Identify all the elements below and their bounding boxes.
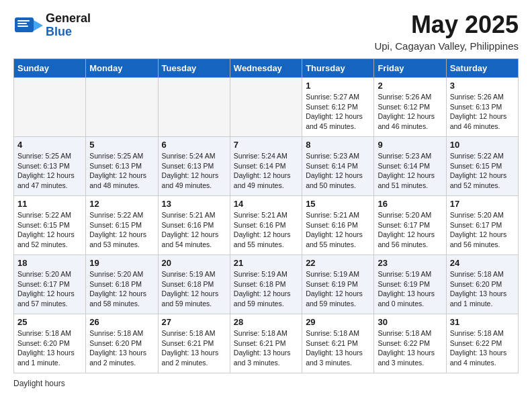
day-info: Sunrise: 5:22 AM Sunset: 6:15 PM Dayligh…	[89, 210, 154, 250]
day-number: 30	[378, 317, 442, 327]
day-info: Sunrise: 5:24 AM Sunset: 6:13 PM Dayligh…	[162, 151, 226, 191]
calendar-cell: 26Sunrise: 5:18 AM Sunset: 6:20 PM Dayli…	[86, 314, 158, 373]
day-info: Sunrise: 5:26 AM Sunset: 6:13 PM Dayligh…	[450, 92, 515, 132]
calendar-cell: 2Sunrise: 5:26 AM Sunset: 6:12 PM Daylig…	[374, 78, 446, 137]
calendar-cell: 3Sunrise: 5:26 AM Sunset: 6:13 PM Daylig…	[446, 78, 518, 137]
calendar-cell: 10Sunrise: 5:22 AM Sunset: 6:15 PM Dayli…	[446, 137, 518, 196]
calendar-day-header: Monday	[86, 59, 158, 78]
calendar-cell: 13Sunrise: 5:21 AM Sunset: 6:16 PM Dayli…	[158, 196, 230, 255]
svg-rect-3	[17, 23, 27, 24]
calendar-cell	[86, 78, 158, 137]
day-info: Sunrise: 5:18 AM Sunset: 6:21 PM Dayligh…	[162, 328, 226, 368]
calendar-cell: 17Sunrise: 5:20 AM Sunset: 6:17 PM Dayli…	[446, 196, 518, 255]
day-number: 26	[89, 317, 154, 327]
calendar-cell: 4Sunrise: 5:25 AM Sunset: 6:13 PM Daylig…	[14, 137, 86, 196]
day-number: 15	[306, 199, 370, 209]
day-info: Sunrise: 5:20 AM Sunset: 6:17 PM Dayligh…	[450, 210, 515, 250]
day-number: 31	[450, 317, 515, 327]
svg-rect-4	[17, 26, 28, 27]
day-info: Sunrise: 5:20 AM Sunset: 6:17 PM Dayligh…	[378, 210, 442, 250]
day-number: 8	[306, 140, 370, 150]
day-info: Sunrise: 5:23 AM Sunset: 6:14 PM Dayligh…	[306, 151, 370, 191]
calendar-day-header: Thursday	[302, 59, 374, 78]
calendar-cell: 20Sunrise: 5:19 AM Sunset: 6:18 PM Dayli…	[158, 255, 230, 314]
day-number: 20	[162, 258, 226, 268]
day-number: 21	[234, 258, 298, 268]
day-info: Sunrise: 5:19 AM Sunset: 6:19 PM Dayligh…	[306, 269, 370, 309]
day-info: Sunrise: 5:18 AM Sunset: 6:20 PM Dayligh…	[17, 328, 82, 368]
day-info: Sunrise: 5:24 AM Sunset: 6:14 PM Dayligh…	[234, 151, 298, 191]
footer-note: Daylight hours	[13, 379, 519, 388]
logo-general: General	[46, 11, 91, 25]
calendar-header: SundayMondayTuesdayWednesdayThursdayFrid…	[14, 59, 519, 78]
day-info: Sunrise: 5:18 AM Sunset: 6:20 PM Dayligh…	[450, 269, 515, 309]
svg-marker-1	[34, 20, 43, 31]
logo: General Blue	[13, 11, 91, 40]
calendar-cell: 18Sunrise: 5:20 AM Sunset: 6:17 PM Dayli…	[14, 255, 86, 314]
day-info: Sunrise: 5:19 AM Sunset: 6:18 PM Dayligh…	[162, 269, 226, 309]
day-number: 6	[162, 140, 226, 150]
calendar-cell: 25Sunrise: 5:18 AM Sunset: 6:20 PM Dayli…	[14, 314, 86, 373]
day-number: 23	[378, 258, 442, 268]
title-block: May 2025 Upi, Cagayan Valley, Philippine…	[374, 11, 519, 52]
subtitle: Upi, Cagayan Valley, Philippines	[374, 40, 519, 52]
day-number: 12	[89, 199, 154, 209]
day-info: Sunrise: 5:18 AM Sunset: 6:22 PM Dayligh…	[378, 328, 442, 368]
day-info: Sunrise: 5:21 AM Sunset: 6:16 PM Dayligh…	[162, 210, 226, 250]
day-number: 4	[17, 140, 82, 150]
day-number: 7	[234, 140, 298, 150]
calendar-cell: 7Sunrise: 5:24 AM Sunset: 6:14 PM Daylig…	[230, 137, 302, 196]
day-info: Sunrise: 5:18 AM Sunset: 6:20 PM Dayligh…	[89, 328, 154, 368]
day-number: 16	[378, 199, 442, 209]
day-number: 3	[450, 81, 515, 91]
day-number: 29	[306, 317, 370, 327]
day-number: 28	[234, 317, 298, 327]
calendar-cell: 30Sunrise: 5:18 AM Sunset: 6:22 PM Dayli…	[374, 314, 446, 373]
day-info: Sunrise: 5:19 AM Sunset: 6:19 PM Dayligh…	[378, 269, 442, 309]
calendar-cell: 6Sunrise: 5:24 AM Sunset: 6:13 PM Daylig…	[158, 137, 230, 196]
day-number: 11	[17, 199, 82, 209]
calendar-cell: 11Sunrise: 5:22 AM Sunset: 6:15 PM Dayli…	[14, 196, 86, 255]
day-number: 19	[89, 258, 154, 268]
calendar-cell: 16Sunrise: 5:20 AM Sunset: 6:17 PM Dayli…	[374, 196, 446, 255]
calendar-cell: 29Sunrise: 5:18 AM Sunset: 6:21 PM Dayli…	[302, 314, 374, 373]
calendar-cell: 31Sunrise: 5:18 AM Sunset: 6:22 PM Dayli…	[446, 314, 518, 373]
calendar-day-header: Tuesday	[158, 59, 230, 78]
day-number: 14	[234, 199, 298, 209]
day-number: 18	[17, 258, 82, 268]
day-number: 9	[378, 140, 442, 150]
day-info: Sunrise: 5:18 AM Sunset: 6:22 PM Dayligh…	[450, 328, 515, 368]
day-number: 13	[162, 199, 226, 209]
day-info: Sunrise: 5:27 AM Sunset: 6:12 PM Dayligh…	[306, 92, 370, 132]
calendar-cell: 12Sunrise: 5:22 AM Sunset: 6:15 PM Dayli…	[86, 196, 158, 255]
day-number: 5	[89, 140, 154, 150]
day-info: Sunrise: 5:20 AM Sunset: 6:17 PM Dayligh…	[17, 269, 82, 309]
month-title: May 2025	[374, 11, 519, 39]
day-info: Sunrise: 5:22 AM Sunset: 6:15 PM Dayligh…	[450, 151, 515, 191]
calendar-cell: 19Sunrise: 5:20 AM Sunset: 6:18 PM Dayli…	[86, 255, 158, 314]
day-number: 2	[378, 81, 442, 91]
day-number: 24	[450, 258, 515, 268]
day-number: 1	[306, 81, 370, 91]
day-info: Sunrise: 5:21 AM Sunset: 6:16 PM Dayligh…	[234, 210, 298, 250]
day-info: Sunrise: 5:21 AM Sunset: 6:16 PM Dayligh…	[306, 210, 370, 250]
calendar-cell: 14Sunrise: 5:21 AM Sunset: 6:16 PM Dayli…	[230, 196, 302, 255]
day-number: 17	[450, 199, 515, 209]
calendar-cell: 24Sunrise: 5:18 AM Sunset: 6:20 PM Dayli…	[446, 255, 518, 314]
calendar-day-header: Wednesday	[230, 59, 302, 78]
calendar-cell: 28Sunrise: 5:18 AM Sunset: 6:21 PM Dayli…	[230, 314, 302, 373]
page-header: General Blue May 2025 Upi, Cagayan Valle…	[13, 11, 519, 52]
calendar-cell: 22Sunrise: 5:19 AM Sunset: 6:19 PM Dayli…	[302, 255, 374, 314]
day-number: 27	[162, 317, 226, 327]
calendar-cell	[158, 78, 230, 137]
day-number: 10	[450, 140, 515, 150]
calendar-cell	[14, 78, 86, 137]
day-info: Sunrise: 5:18 AM Sunset: 6:21 PM Dayligh…	[234, 328, 298, 368]
calendar-cell: 9Sunrise: 5:23 AM Sunset: 6:14 PM Daylig…	[374, 137, 446, 196]
calendar-table: SundayMondayTuesdayWednesdayThursdayFrid…	[13, 58, 519, 373]
day-info: Sunrise: 5:19 AM Sunset: 6:18 PM Dayligh…	[234, 269, 298, 309]
logo-blue: Blue	[46, 25, 72, 38]
svg-rect-0	[15, 17, 34, 32]
calendar-cell: 8Sunrise: 5:23 AM Sunset: 6:14 PM Daylig…	[302, 137, 374, 196]
day-info: Sunrise: 5:18 AM Sunset: 6:21 PM Dayligh…	[306, 328, 370, 368]
